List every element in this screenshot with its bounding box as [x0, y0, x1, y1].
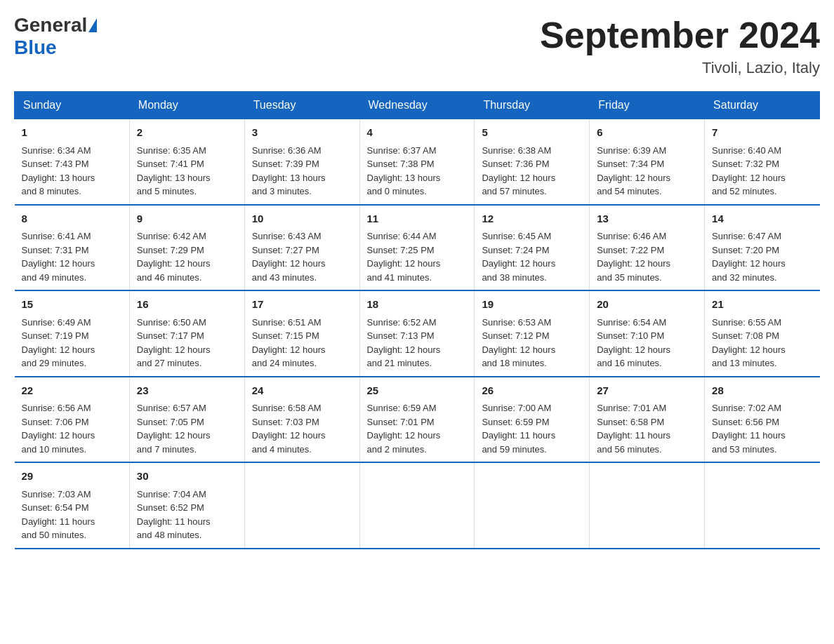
day-info: Sunrise: 6:57 AMSunset: 7:05 PMDaylight:… [137, 401, 237, 456]
day-info: Sunrise: 7:00 AMSunset: 6:59 PMDaylight:… [482, 401, 582, 456]
day-info: Sunrise: 6:50 AMSunset: 7:17 PMDaylight:… [137, 316, 237, 370]
calendar-cell: 24Sunrise: 6:58 AMSunset: 7:03 PMDayligh… [244, 377, 359, 463]
day-info: Sunrise: 6:54 AMSunset: 7:10 PMDaylight:… [597, 316, 697, 370]
day-info: Sunrise: 6:55 AMSunset: 7:08 PMDaylight:… [712, 316, 812, 370]
logo: General Blue [14, 14, 98, 59]
day-info: Sunrise: 6:38 AMSunset: 7:36 PMDaylight:… [482, 144, 582, 199]
day-number: 4 [367, 125, 468, 141]
calendar-cell: 2Sunrise: 6:35 AMSunset: 7:41 PMDaylight… [129, 119, 244, 205]
day-number: 11 [367, 211, 468, 227]
day-number: 24 [252, 383, 352, 399]
calendar-cell: 9Sunrise: 6:42 AMSunset: 7:29 PMDaylight… [129, 205, 244, 291]
calendar-cell: 29Sunrise: 7:03 AMSunset: 6:54 PMDayligh… [15, 462, 130, 549]
day-number: 8 [22, 211, 122, 227]
calendar-week-row: 1Sunrise: 6:34 AMSunset: 7:43 PMDaylight… [15, 119, 820, 205]
calendar-header: SundayMondayTuesdayWednesdayThursdayFrid… [15, 92, 820, 119]
day-number: 19 [482, 297, 582, 313]
day-number: 15 [22, 297, 122, 313]
weekday-header-friday: Friday [590, 92, 705, 119]
day-number: 12 [482, 211, 582, 227]
weekday-header-thursday: Thursday [475, 92, 590, 119]
logo-text: General [14, 14, 98, 36]
calendar-cell [244, 462, 359, 549]
day-info: Sunrise: 6:39 AMSunset: 7:34 PMDaylight:… [597, 144, 697, 199]
calendar-table: SundayMondayTuesdayWednesdayThursdayFrid… [14, 91, 820, 549]
day-number: 28 [712, 383, 812, 399]
day-info: Sunrise: 6:46 AMSunset: 7:22 PMDaylight:… [597, 229, 697, 284]
day-number: 20 [597, 297, 697, 313]
day-number: 10 [252, 211, 352, 227]
calendar-week-row: 15Sunrise: 6:49 AMSunset: 7:19 PMDayligh… [15, 290, 820, 377]
day-info: Sunrise: 6:44 AMSunset: 7:25 PMDaylight:… [367, 229, 468, 284]
day-info: Sunrise: 6:40 AMSunset: 7:32 PMDaylight:… [712, 144, 812, 199]
day-info: Sunrise: 6:47 AMSunset: 7:20 PMDaylight:… [712, 229, 812, 284]
day-info: Sunrise: 6:58 AMSunset: 7:03 PMDaylight:… [252, 401, 352, 456]
weekday-header-tuesday: Tuesday [244, 92, 359, 119]
day-info: Sunrise: 6:34 AMSunset: 7:43 PMDaylight:… [22, 144, 122, 199]
location-label: Tivoli, Lazio, Italy [540, 59, 820, 77]
day-number: 29 [22, 469, 122, 485]
day-info: Sunrise: 6:45 AMSunset: 7:24 PMDaylight:… [482, 229, 582, 284]
weekday-header-row: SundayMondayTuesdayWednesdayThursdayFrid… [15, 92, 820, 119]
calendar-cell: 7Sunrise: 6:40 AMSunset: 7:32 PMDaylight… [705, 119, 820, 205]
calendar-cell: 28Sunrise: 7:02 AMSunset: 6:56 PMDayligh… [705, 377, 820, 463]
day-number: 26 [482, 383, 582, 399]
calendar-cell: 18Sunrise: 6:52 AMSunset: 7:13 PMDayligh… [359, 290, 475, 377]
day-number: 13 [597, 211, 697, 227]
day-info: Sunrise: 7:01 AMSunset: 6:58 PMDaylight:… [597, 401, 697, 456]
title-section: September 2024 Tivoli, Lazio, Italy [540, 14, 820, 77]
day-number: 30 [137, 469, 237, 485]
day-number: 21 [712, 297, 812, 313]
calendar-cell: 12Sunrise: 6:45 AMSunset: 7:24 PMDayligh… [475, 205, 590, 291]
day-number: 22 [22, 383, 122, 399]
calendar-cell: 20Sunrise: 6:54 AMSunset: 7:10 PMDayligh… [590, 290, 705, 377]
calendar-week-row: 22Sunrise: 6:56 AMSunset: 7:06 PMDayligh… [15, 377, 820, 463]
day-info: Sunrise: 6:35 AMSunset: 7:41 PMDaylight:… [137, 144, 237, 199]
calendar-week-row: 8Sunrise: 6:41 AMSunset: 7:31 PMDaylight… [15, 205, 820, 291]
calendar-cell: 15Sunrise: 6:49 AMSunset: 7:19 PMDayligh… [15, 290, 130, 377]
day-number: 18 [367, 297, 468, 313]
logo-blue-text: Blue [14, 36, 57, 59]
weekday-header-sunday: Sunday [15, 92, 130, 119]
day-info: Sunrise: 7:02 AMSunset: 6:56 PMDaylight:… [712, 401, 812, 456]
calendar-cell: 1Sunrise: 6:34 AMSunset: 7:43 PMDaylight… [15, 119, 130, 205]
day-number: 23 [137, 383, 237, 399]
calendar-cell [475, 462, 590, 549]
calendar-cell: 26Sunrise: 7:00 AMSunset: 6:59 PMDayligh… [475, 377, 590, 463]
calendar-cell: 14Sunrise: 6:47 AMSunset: 7:20 PMDayligh… [705, 205, 820, 291]
calendar-cell: 25Sunrise: 6:59 AMSunset: 7:01 PMDayligh… [359, 377, 475, 463]
day-number: 17 [252, 297, 352, 313]
calendar-cell: 19Sunrise: 6:53 AMSunset: 7:12 PMDayligh… [475, 290, 590, 377]
day-number: 6 [597, 125, 697, 141]
calendar-cell: 10Sunrise: 6:43 AMSunset: 7:27 PMDayligh… [244, 205, 359, 291]
calendar-cell [359, 462, 475, 549]
calendar-week-row: 29Sunrise: 7:03 AMSunset: 6:54 PMDayligh… [15, 462, 820, 549]
day-number: 1 [22, 125, 122, 141]
day-info: Sunrise: 6:49 AMSunset: 7:19 PMDaylight:… [22, 316, 122, 370]
calendar-cell [590, 462, 705, 549]
day-info: Sunrise: 6:41 AMSunset: 7:31 PMDaylight:… [22, 229, 122, 284]
weekday-header-saturday: Saturday [705, 92, 820, 119]
day-number: 3 [252, 125, 352, 141]
day-info: Sunrise: 6:56 AMSunset: 7:06 PMDaylight:… [22, 401, 122, 456]
day-info: Sunrise: 6:36 AMSunset: 7:39 PMDaylight:… [252, 144, 352, 199]
calendar-cell: 27Sunrise: 7:01 AMSunset: 6:58 PMDayligh… [590, 377, 705, 463]
day-info: Sunrise: 6:37 AMSunset: 7:38 PMDaylight:… [367, 144, 468, 199]
calendar-cell: 3Sunrise: 6:36 AMSunset: 7:39 PMDaylight… [244, 119, 359, 205]
calendar-cell: 21Sunrise: 6:55 AMSunset: 7:08 PMDayligh… [705, 290, 820, 377]
day-info: Sunrise: 6:59 AMSunset: 7:01 PMDaylight:… [367, 401, 468, 456]
calendar-cell: 30Sunrise: 7:04 AMSunset: 6:52 PMDayligh… [129, 462, 244, 549]
day-number: 7 [712, 125, 812, 141]
weekday-header-monday: Monday [129, 92, 244, 119]
calendar-title: September 2024 [540, 14, 820, 56]
day-number: 25 [367, 383, 468, 399]
calendar-body: 1Sunrise: 6:34 AMSunset: 7:43 PMDaylight… [15, 119, 820, 549]
calendar-cell: 16Sunrise: 6:50 AMSunset: 7:17 PMDayligh… [129, 290, 244, 377]
calendar-cell: 11Sunrise: 6:44 AMSunset: 7:25 PMDayligh… [359, 205, 475, 291]
calendar-cell [705, 462, 820, 549]
calendar-cell: 13Sunrise: 6:46 AMSunset: 7:22 PMDayligh… [590, 205, 705, 291]
day-info: Sunrise: 7:03 AMSunset: 6:54 PMDaylight:… [22, 488, 122, 542]
calendar-cell: 5Sunrise: 6:38 AMSunset: 7:36 PMDaylight… [475, 119, 590, 205]
calendar-cell: 4Sunrise: 6:37 AMSunset: 7:38 PMDaylight… [359, 119, 475, 205]
calendar-cell: 17Sunrise: 6:51 AMSunset: 7:15 PMDayligh… [244, 290, 359, 377]
